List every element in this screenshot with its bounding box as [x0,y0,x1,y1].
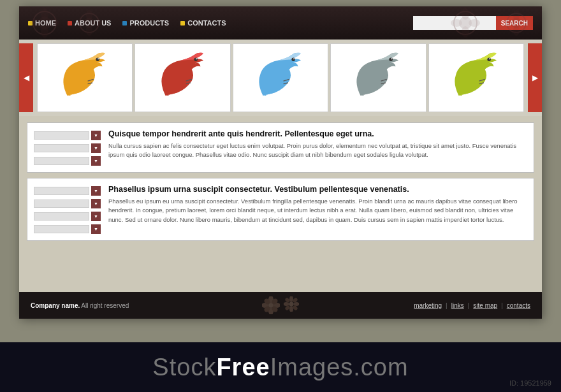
footer-link-marketing[interactable]: marketing [414,302,442,309]
content-block-1: ▼ ▼ ▼ Quisque tempor hendrerit ante quis… [27,122,534,173]
svg-point-45 [289,306,293,312]
svg-point-23 [519,20,529,26]
flower-icon-2 [284,296,299,312]
control-row-3: ▼ [34,156,101,166]
footer-link-sitemap[interactable]: site map [473,302,497,309]
control-dropdown-3[interactable]: ▼ [91,156,101,166]
carousel-item-5[interactable] [428,43,524,112]
control-dropdown-2-1[interactable]: ▼ [91,186,101,196]
svg-point-28 [291,57,295,61]
svg-point-16 [451,19,462,27]
footer-link-contacts[interactable]: contacts [507,302,530,309]
control-dropdown-2[interactable]: ▼ [91,143,101,153]
wm-stock: Stock [152,354,216,381]
svg-point-5 [48,19,59,27]
nav-floral-pattern [19,6,542,40]
nav-bar: HOME ABOUT US PRODUCTS CONTACTS SEA [19,6,542,40]
content-text-1: Quisque tempor hendrerit ante quis hendr… [108,129,527,166]
svg-point-47 [293,302,299,306]
footer: Company name. All right reserved [19,292,542,319]
svg-point-25 [98,58,99,59]
svg-point-15 [462,26,469,38]
control-bar-2-1 [34,187,89,195]
footer-flowers [262,296,299,314]
footer-link-links[interactable]: links [451,302,464,309]
content-area: ▼ ▼ ▼ Quisque tempor hendrerit ante quis… [19,116,542,252]
footer-copyright: Company name. All right reserved [31,302,129,309]
wm-dotcom: .com [353,354,408,381]
bird-orange-svg [50,48,120,108]
footer-links: marketing | links | site map | contacts [414,302,530,309]
control-dropdown-2-4[interactable]: ▼ [91,224,101,234]
wm-images: Images [270,354,354,381]
watermark-id: ID: 19521959 [509,379,551,387]
svg-point-2 [41,8,48,20]
svg-point-43 [289,302,294,307]
svg-point-3 [41,26,48,38]
svg-point-31 [391,58,393,59]
svg-point-29 [293,58,295,59]
carousel-prev[interactable]: ◀ [19,43,33,112]
carousel-item-4[interactable] [330,43,426,112]
control-bar-2 [34,144,89,152]
footer-sep-2: | [468,302,470,309]
control-row-2: ▼ [34,143,101,153]
control-bar-2-4 [34,225,89,233]
carousel-item-2[interactable] [135,43,230,112]
rights-text: All right reserved [81,302,129,309]
carousel-section: ◀ [19,40,542,116]
bird-gray-svg [343,48,413,108]
sidebar-controls-2: ▼ ▼ ▼ ▼ [34,185,101,234]
carousel-items [33,43,528,112]
content-body-2: Phasellus eu ipsum eu urna suscipit cons… [108,197,527,224]
content-text-2: Phasellus ipsum urna suscipit consectetu… [108,185,527,234]
svg-point-33 [489,58,490,59]
svg-point-22 [504,20,514,26]
prev-arrow-icon: ◀ [24,73,29,82]
svg-point-20 [513,10,520,20]
control-row-2-1: ▼ [34,186,101,196]
control-bar-2-2 [34,200,89,208]
control-row-2-3: ▼ [34,212,101,221]
footer-sep-3: | [501,302,503,309]
flower-icon-1 [262,296,280,314]
next-arrow-icon: ▶ [532,73,538,82]
svg-point-10 [76,20,87,26]
control-bar-3 [34,157,89,165]
svg-point-30 [390,57,393,61]
svg-point-44 [289,296,293,302]
svg-point-27 [196,58,197,59]
content-body-1: Nulla cursus sapien ac felis consectetur… [108,142,527,160]
wm-free: Free [216,354,270,381]
bird-green-svg [441,48,511,108]
svg-point-46 [284,302,289,306]
watermark-text: StockFreeImages.com [152,354,408,381]
content-block-2: ▼ ▼ ▼ ▼ Phasellus ip [27,178,534,241]
company-name: Company name. [31,302,80,309]
svg-point-11 [92,20,102,26]
footer-sep-1: | [446,302,448,309]
sidebar-controls-1: ▼ ▼ ▼ [34,129,101,166]
bird-blue-svg [245,48,316,108]
website-mockup: HOME ABOUT US PRODUCTS CONTACTS SEA [19,6,542,319]
carousel-next[interactable]: ▶ [528,43,542,112]
control-dropdown-1[interactable]: ▼ [91,131,101,140]
svg-point-21 [513,25,520,36]
control-row-2-2: ▼ [34,199,101,208]
control-dropdown-2-2[interactable]: ▼ [91,199,101,208]
carousel-item-3[interactable] [233,43,328,112]
control-dropdown-2-3[interactable]: ▼ [91,212,101,221]
control-bar-2-3 [34,212,89,221]
svg-point-8 [86,10,92,20]
svg-point-32 [487,57,491,61]
svg-point-17 [469,19,480,27]
control-row-2-4: ▼ [34,224,101,234]
svg-point-26 [194,57,198,61]
svg-point-9 [86,25,92,36]
content-title-1: Quisque tempor hendrerit ante quis hendr… [108,129,527,138]
control-row-1: ▼ [34,131,101,140]
control-bar-1 [34,131,89,140]
carousel-item-1[interactable] [37,43,133,112]
bird-red-svg [148,48,218,108]
svg-point-24 [96,57,100,61]
